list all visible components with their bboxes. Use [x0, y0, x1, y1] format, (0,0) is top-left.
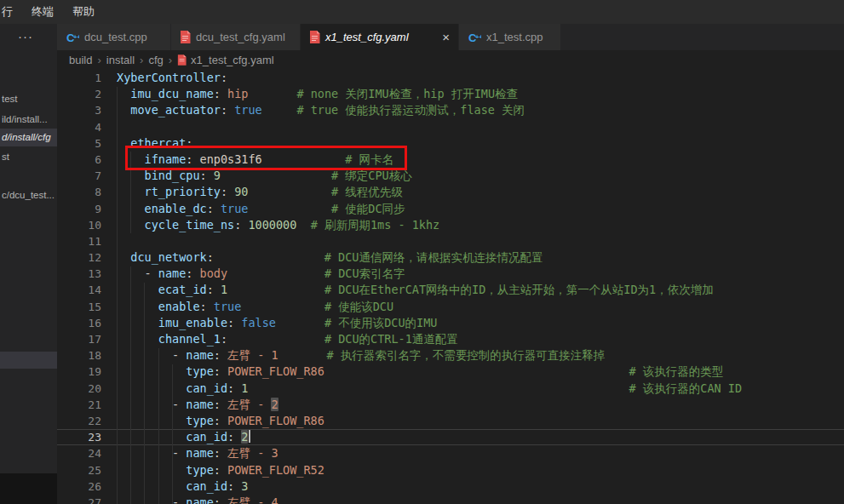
line-number: 14: [57, 282, 101, 298]
line-code: rt_priority: 90 # 线程优先级: [117, 184, 403, 200]
cpp-file-icon: C++: [468, 31, 481, 44]
menu-item-2[interactable]: 终端: [22, 0, 63, 24]
editor-line-27[interactable]: 27 - name: 左臂 - 4: [57, 495, 844, 504]
line-number: 21: [57, 397, 101, 413]
menu-bar: 行终端帮助: [0, 0, 844, 24]
line-number: 27: [57, 495, 101, 504]
editor-line-10[interactable]: 10 cycle_time_ns: 1000000 # 刷新周期1ms - 1k…: [57, 217, 844, 233]
line-number: 8: [57, 184, 101, 200]
breadcrumb-item[interactable]: cfg: [148, 54, 163, 66]
line-code: XyberController:: [117, 70, 227, 86]
line-code: type: POWER_FLOW_R86 # 该执行器的类型: [117, 364, 723, 380]
editor-line-3[interactable]: 3 move_actuator: true # true 使能执行器运动测试，f…: [57, 102, 844, 118]
editor-line-26[interactable]: 26 can_id: 3: [57, 478, 844, 495]
editor-line-11[interactable]: 11: [57, 233, 844, 249]
editor-line-25[interactable]: 25 type: POWER_FLOW_R52: [57, 462, 844, 478]
indent-guide: [130, 266, 131, 504]
sidebar-item[interactable]: d/install/cfg: [0, 129, 57, 146]
tab-bar: C++dcu_test.cppdcu_test_cfg.yamlx1_test_…: [57, 24, 844, 50]
editor-line-14[interactable]: 14 ecat_id: 1 # DCU在EtherCAT网络中的ID，从主站开始…: [57, 282, 844, 298]
tab-dcu-test-cfg-yaml[interactable]: dcu_test_cfg.yaml: [171, 24, 301, 50]
editor-line-7[interactable]: 7 bind_cpu: 9 # 绑定CPU核心: [57, 168, 844, 184]
editor-line-4[interactable]: 4: [57, 119, 844, 135]
more-actions-button[interactable]: ···: [0, 29, 51, 43]
line-number: 18: [57, 347, 101, 364]
editor-line-18[interactable]: 18 - name: 左臂 - 1 # 执行器索引名字，不需要控制的执行器可直接…: [57, 347, 844, 364]
svg-text:++: ++: [475, 32, 481, 40]
editor-line-24[interactable]: 24 - name: 左臂 - 3: [57, 445, 844, 461]
line-code: enable: true # 使能该DCU: [117, 299, 393, 315]
editor-line-1[interactable]: 1XyberController:: [57, 70, 844, 86]
line-number: 25: [57, 462, 101, 478]
sidebar-footer-block: [0, 473, 57, 504]
editor-line-9[interactable]: 9 enable_dc: true # 使能DC同步: [57, 201, 844, 217]
breadcrumb-separator: ›: [97, 54, 100, 66]
line-code: move_actuator: true # true 使能执行器运动测试，fla…: [117, 102, 525, 118]
breadcrumb: build›install›cfg›x1_test_cfg.yaml: [57, 50, 844, 70]
line-number: 12: [57, 249, 101, 266]
sidebar-item[interactable]: st: [0, 148, 57, 165]
line-number: 9: [57, 201, 101, 217]
menu-item-1[interactable]: 行: [0, 0, 22, 24]
yaml-file-icon: [309, 31, 320, 43]
line-number: 11: [57, 233, 101, 249]
editor-line-15[interactable]: 15 enable: true # 使能该DCU: [57, 299, 844, 315]
line-code: - name: 左臂 - 2: [117, 397, 278, 413]
file-list-sidebar: ··· testild/install...d/install/cfgstc/d…: [0, 24, 57, 504]
line-number: 16: [57, 315, 101, 331]
line-code: dcu_network: # DCU通信网络，请根据实机连接情况配置: [117, 249, 543, 266]
breadcrumb-item[interactable]: install: [106, 54, 135, 66]
editor-line-2[interactable]: 2 imu_dcu_name: hip # none 关闭IMU检查，hip 打…: [57, 86, 844, 102]
line-number: 26: [57, 478, 101, 495]
tab-label: dcu_test_cfg.yaml: [196, 31, 285, 43]
line-code: enable_dc: true # 使能DC同步: [117, 201, 405, 217]
indent-guide: [117, 87, 118, 504]
editor-pane[interactable]: 1XyberController:2 imu_dcu_name: hip # n…: [57, 70, 844, 504]
line-code: imu_enable: false # 不使用该DCU的IMU: [117, 315, 437, 331]
line-code: - name: 左臂 - 4: [117, 495, 278, 504]
menu-item-3[interactable]: 帮助: [63, 0, 104, 24]
line-code: - name: 左臂 - 3: [117, 445, 278, 461]
breadcrumb-item[interactable]: build: [69, 54, 92, 66]
indent-guide: [158, 348, 159, 504]
breadcrumb-separator: ›: [169, 54, 172, 66]
line-number: 6: [57, 152, 101, 168]
editor-line-20[interactable]: 20 can_id: 1 # 该执行器的CAN ID: [57, 381, 844, 397]
indent-guide: [144, 283, 145, 504]
editor-line-19[interactable]: 19 type: POWER_FLOW_R86 # 该执行器的类型: [57, 364, 844, 380]
tab-x1-test-cpp[interactable]: C++x1_test.cpp: [459, 24, 561, 50]
line-code: type: POWER_FLOW_R86: [117, 413, 324, 429]
editor-line-13[interactable]: 13 - name: body # DCU索引名字: [57, 266, 844, 282]
yaml-file-icon: [180, 31, 191, 43]
sidebar-selected-band[interactable]: [0, 352, 57, 369]
breadcrumb-item-file[interactable]: x1_test_cfg.yaml: [177, 54, 274, 66]
tab-label: dcu_test.cpp: [84, 31, 147, 43]
line-code: - name: body # DCU索引名字: [117, 266, 405, 282]
editor-line-12[interactable]: 12 dcu_network: # DCU通信网络，请根据实机连接情况配置: [57, 249, 844, 266]
editor-line-16[interactable]: 16 imu_enable: false # 不使用该DCU的IMU: [57, 315, 844, 331]
editor-line-21[interactable]: 21 - name: 左臂 - 2: [57, 397, 844, 413]
yaml-file-icon: [177, 54, 187, 66]
sidebar-item[interactable]: c/dcu_test...: [0, 186, 57, 203]
vscode-window: { "menu": { "items": ["行", "终端", "帮助"] }…: [0, 0, 844, 504]
line-number: 3: [57, 102, 101, 118]
editor-line-17[interactable]: 17 channel_1: # DCU的CTRL-1通道配置: [57, 331, 844, 347]
editor-line-22[interactable]: 22 type: POWER_FLOW_R86: [57, 413, 844, 429]
line-code: - name: 左臂 - 1 # 执行器索引名字，不需要控制的执行器可直接注释掉: [117, 347, 605, 364]
breadcrumb-file-label: x1_test_cfg.yaml: [191, 54, 274, 66]
editor-line-23[interactable]: 23 can_id: 2: [57, 429, 844, 445]
line-code: ecat_id: 1 # DCU在EtherCAT网络中的ID，从主站开始，第一…: [117, 282, 714, 298]
line-number: 1: [57, 70, 101, 86]
close-icon[interactable]: ×: [442, 31, 450, 43]
svg-text:++: ++: [73, 32, 79, 40]
line-code: can_id: 1 # 该执行器的CAN ID: [117, 381, 742, 397]
editor-line-8[interactable]: 8 rt_priority: 90 # 线程优先级: [57, 184, 844, 200]
line-number: 13: [57, 266, 101, 282]
tab-dcu-test-cpp[interactable]: C++dcu_test.cpp: [57, 24, 171, 50]
tab-label: x1_test.cpp: [486, 31, 543, 43]
line-number: 24: [57, 445, 101, 461]
text-cursor: [249, 430, 250, 443]
sidebar-item[interactable]: test: [0, 90, 57, 107]
tab-x1-test-cfg-yaml[interactable]: x1_test_cfg.yaml×: [301, 24, 459, 50]
sidebar-item[interactable]: ild/install...: [0, 111, 57, 128]
